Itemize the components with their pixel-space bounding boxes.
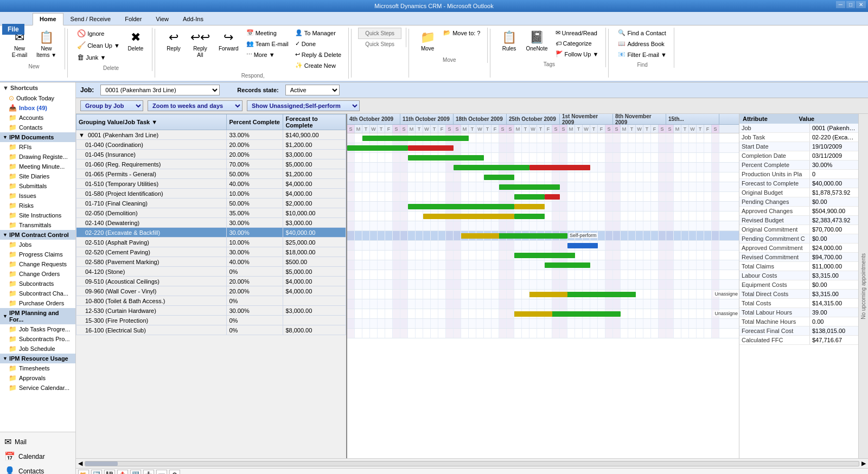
nav-site-diaries[interactable]: 📁Site Diaries	[0, 171, 75, 181]
gantt-chart-row-0001[interactable]	[347, 133, 739, 143]
ipm-docs-section[interactable]: ▼IPM Documents	[0, 132, 75, 142]
cleanup-button[interactable]: 🧹Clean Up ▼	[74, 40, 123, 51]
ipm-contract-section[interactable]: ▼IPM Contract Control	[0, 230, 75, 240]
minimize-btn[interactable]: ─	[836, 1, 845, 8]
gantt-chart-row-01-065[interactable]	[347, 172, 739, 182]
state-select[interactable]: Active	[285, 85, 340, 95]
unread-read-button[interactable]: ✉Unread/Read	[553, 28, 602, 38]
toolbar-save-btn[interactable]: 💾	[104, 470, 115, 474]
follow-up-button[interactable]: 🚩Follow Up ▼	[553, 49, 602, 59]
nav-transmittals[interactable]: 📁Transmittals	[0, 220, 75, 230]
find-contact-button[interactable]: 🔍Find a Contact	[615, 28, 669, 38]
nav-contacts[interactable]: 📁Contacts	[0, 123, 75, 132]
tab-home[interactable]: Home	[33, 13, 63, 25]
nav-subcontract-cha[interactable]: 📁Subcontract Cha...	[0, 289, 75, 298]
gantt-chart-row-15-300[interactable]	[347, 319, 739, 329]
nav-timesheets[interactable]: 📁Timesheets	[0, 363, 75, 373]
nav-subcontracts[interactable]: 📁Subcontracts	[0, 279, 75, 289]
show-select[interactable]: Show Unassigned;Self-perform	[247, 100, 360, 111]
gantt-chart-row-01-060[interactable]	[347, 163, 739, 172]
nav-calendar[interactable]: 📅 Calendar	[0, 449, 75, 464]
gantt-chart-row-16-100[interactable]	[347, 329, 739, 338]
nav-site-instructions[interactable]: 📁Site Instructions	[0, 210, 75, 220]
gantt-chart-row-02-140[interactable]	[347, 221, 739, 231]
gantt-row-16-100[interactable]: 16-100 (Electrical Sub) 0% $8,000.00	[76, 325, 346, 335]
nav-job-tasks[interactable]: 📁Job Tasks Progre...	[0, 324, 75, 334]
nav-drawing-register[interactable]: 📁Drawing Registe...	[0, 152, 75, 162]
scroll-left-arrow[interactable]: ◀	[78, 460, 82, 467]
nav-change-orders[interactable]: 📁Change Orders	[0, 269, 75, 279]
gantt-row-10-800[interactable]: 10-800 (Toilet & Bath Access.) 0%	[76, 296, 346, 306]
ipm-planning-section[interactable]: ▼IPM Planning and For...	[0, 308, 75, 324]
create-new-button[interactable]: ✨Create New	[292, 60, 344, 71]
nav-subcontracts-pro[interactable]: 📁Subcontracts Pro...	[0, 334, 75, 344]
reply-all-button[interactable]: ↩↩ ReplyAll	[187, 28, 214, 61]
group-by-select[interactable]: Group by Job	[80, 100, 143, 111]
gantt-chart-row-02-510[interactable]	[347, 241, 739, 251]
reply-delete-button[interactable]: ↩Reply & Delete	[292, 49, 344, 60]
toolbar-remove-btn[interactable]: ➖	[156, 470, 167, 474]
nav-contacts-bottom[interactable]: 👤 Contacts	[0, 464, 75, 474]
gantt-chart-row-01-580[interactable]	[347, 192, 739, 202]
toolbar-open-btn[interactable]: 📂	[78, 470, 89, 474]
done-button[interactable]: ✓Done	[292, 39, 344, 49]
gantt-row-01-040[interactable]: 01-040 (Coordination) 20.00% $1,200.00	[76, 140, 346, 150]
nav-issues[interactable]: 📁Issues	[0, 191, 75, 201]
to-manager-button[interactable]: 👤To Manager	[292, 28, 344, 38]
address-book-button[interactable]: 📖Address Book	[615, 39, 669, 49]
ignore-button[interactable]: 🚫Ignore	[74, 28, 123, 39]
delete-button[interactable]: ✖ Delete	[124, 28, 148, 55]
gantt-row-02-580[interactable]: 02-580 (Pavement Marking) 40.00% $500.00	[76, 257, 346, 267]
team-email-button[interactable]: 👥Team E-mail	[244, 39, 291, 49]
gantt-chart-row-04-120[interactable]	[347, 270, 739, 280]
more-button[interactable]: ⋯More ▼	[244, 49, 291, 60]
meeting-button[interactable]: 📅Meeting	[244, 28, 291, 38]
gantt-chart-row-01-045[interactable]	[347, 153, 739, 163]
nav-outlook-today[interactable]: ⊙Outlook Today	[0, 93, 75, 103]
gantt-row-02-520[interactable]: 02-520 (Cement Paving) 30.00% $18,000.00	[76, 247, 346, 257]
job-select[interactable]: 0001 (Pakenham 3rd Line)	[100, 85, 220, 95]
nav-submittals[interactable]: 📁Submittals	[0, 181, 75, 191]
gantt-row-0001[interactable]: ▼ 0001 (Pakenham 3rd Line) 33.00% $140,9…	[76, 130, 346, 140]
tab-addins[interactable]: Add-Ins	[176, 13, 210, 25]
gantt-row-02-140[interactable]: 02-140 (Dewatering) 30.00% $3,000.00	[76, 218, 346, 228]
toolbar-add-btn[interactable]: ➕	[143, 470, 154, 474]
gantt-row-04-120[interactable]: 04-120 (Stone) 0% $5,000.00	[76, 267, 346, 277]
nav-jobs[interactable]: 📁Jobs	[0, 240, 75, 249]
gantt-row-01-060[interactable]: 01-060 (Reg. Requirements) 70.00% $5,000…	[76, 159, 346, 169]
nav-accounts[interactable]: 📁Accounts	[0, 113, 75, 123]
gantt-row-02-220[interactable]: 02-220 (Excavate & Backfill) 30.00% $40,…	[76, 228, 346, 238]
horizontal-scrollbar[interactable]	[85, 461, 859, 466]
nav-risks[interactable]: 📁Risks	[0, 201, 75, 210]
gantt-row-01-710[interactable]: 01-710 (Final Cleaning) 50.00% $2,000.00	[76, 198, 346, 208]
move-to-button[interactable]: 📂Move to: ?	[441, 28, 483, 38]
gantt-row-09-960[interactable]: 09-960 (Wall Cover - Vinyl) 20.00% $4,00…	[76, 286, 346, 296]
scroll-right-arrow[interactable]: ▶	[861, 460, 866, 467]
onenote-button[interactable]: 📓 OneNote	[522, 28, 551, 55]
shortcuts-section[interactable]: ▼ Shortcuts	[0, 82, 75, 93]
forward-button[interactable]: ↪ Forward	[215, 28, 242, 55]
file-tab[interactable]: File	[2, 24, 24, 35]
gantt-row-01-045[interactable]: 01-045 (Insurance) 20.00% $3,000.00	[76, 150, 346, 159]
gantt-chart-row-09-510[interactable]	[347, 280, 739, 290]
gantt-row-01-580[interactable]: 01-580 (Project Identification) 10.00% $…	[76, 189, 346, 198]
nav-inbox[interactable]: 📥Inbox (49)	[0, 103, 75, 113]
gantt-chart-row-09-960[interactable]: Unassigne	[347, 290, 739, 299]
gantt-row-01-065[interactable]: 01-065 (Permits - General) 50.00% $1,200…	[76, 169, 346, 179]
toolbar-refresh-btn[interactable]: 🔄	[91, 470, 102, 474]
tab-folder[interactable]: Folder	[118, 13, 149, 25]
gantt-chart-row-02-050[interactable]	[347, 212, 739, 221]
move-button[interactable]: 📁 Move	[416, 28, 439, 55]
gantt-chart-row-01-710[interactable]	[347, 202, 739, 212]
rules-button[interactable]: 📋 Rules	[497, 28, 521, 55]
gantt-row-02-510[interactable]: 02-510 (Asphalt Paving) 10.00% $25,000.0…	[76, 238, 346, 247]
gantt-chart-row-01-510[interactable]	[347, 182, 739, 192]
nav-rfis[interactable]: 📁RFIs	[0, 142, 75, 152]
toolbar-calc-btn[interactable]: 🔢	[130, 470, 141, 474]
gantt-row-01-510[interactable]: 01-510 (Temporary Utilities) 40.00% $4,0…	[76, 179, 346, 189]
gantt-row-12-530[interactable]: 12-530 (Curtain Hardware) 30.00% $3,000.…	[76, 306, 346, 316]
nav-mail[interactable]: ✉ Mail	[0, 434, 75, 449]
nav-job-schedule[interactable]: 📁Job Schedule	[0, 344, 75, 354]
zoom-select[interactable]: Zoom to weeks and days	[148, 100, 242, 111]
nav-purchase-orders[interactable]: 📁Purchase Orders	[0, 298, 75, 308]
